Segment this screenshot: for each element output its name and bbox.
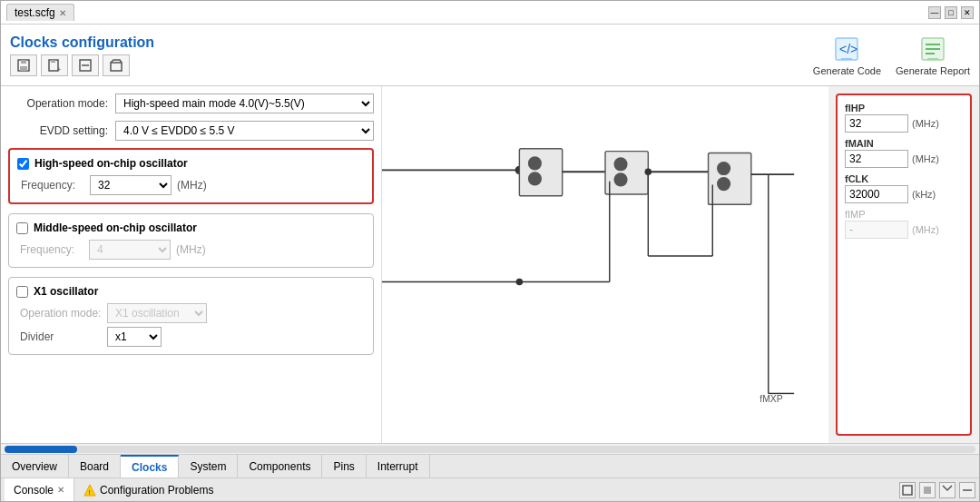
svg-text:</>: </> <box>839 42 858 56</box>
status-bar: Console ✕ ! Configuration Problems <box>1 477 979 501</box>
status-icon-4 <box>962 485 973 496</box>
minimize-button[interactable]: — <box>928 6 941 19</box>
file-tab[interactable]: test.scfg ✕ <box>6 4 74 21</box>
scroll-thumb[interactable] <box>5 446 77 453</box>
status-icon-3 <box>942 485 953 496</box>
high-speed-freq-label: Frequency: <box>21 179 84 192</box>
mid-speed-osc-checkbox[interactable] <box>16 222 28 234</box>
fimp-output: fIMP (MHz) <box>845 209 963 239</box>
svg-rect-4 <box>51 60 55 63</box>
operation-mode-label: Operation mode: <box>8 97 108 110</box>
tab-board[interactable]: Board <box>69 455 121 477</box>
operation-mode-row: Operation mode: High-speed main mode 4.0… <box>8 94 374 113</box>
maximize-button[interactable]: □ <box>945 6 957 19</box>
mid-speed-freq-unit: (MHz) <box>176 243 206 256</box>
fclk-unit: (kHz) <box>912 189 936 200</box>
fclk-label: fCLK <box>845 173 963 184</box>
x1-divider-select[interactable]: x1 <box>107 327 162 347</box>
high-speed-osc-label: High-speed on-chip oscillator <box>34 157 188 170</box>
tab-components[interactable]: Components <box>238 455 322 477</box>
close-window-button[interactable]: ✕ <box>961 6 974 19</box>
mid-speed-osc-label: Middle-speed on-chip oscillator <box>34 221 197 234</box>
svg-rect-16 <box>927 58 938 60</box>
svg-rect-23 <box>605 152 648 194</box>
svg-rect-11 <box>841 58 852 60</box>
console-label: Console <box>14 484 54 497</box>
evdd-label: EVDD setting: <box>8 124 108 137</box>
revert-button[interactable] <box>72 54 99 76</box>
svg-text:!: ! <box>88 487 90 496</box>
svg-rect-19 <box>519 149 562 196</box>
config-problems-tab[interactable]: ! Configuration Problems <box>74 482 222 498</box>
fclk-value[interactable] <box>845 185 908 203</box>
svg-rect-2 <box>20 66 27 71</box>
svg-rect-44 <box>903 486 912 495</box>
console-tab[interactable]: Console ✕ <box>5 478 74 501</box>
window-controls: — □ ✕ <box>928 6 974 19</box>
status-action-2[interactable] <box>919 482 936 498</box>
mid-speed-osc-header: Middle-speed on-chip oscillator <box>16 221 366 234</box>
svg-rect-13 <box>926 44 940 45</box>
svg-rect-45 <box>924 487 931 494</box>
svg-point-25 <box>613 172 627 186</box>
revert-icon <box>78 58 93 73</box>
x1-op-mode-select[interactable]: X1 oscillation <box>107 303 207 323</box>
fihp-value[interactable] <box>845 114 908 133</box>
generate-report-icon <box>918 34 947 64</box>
tab-interrupt[interactable]: Interrupt <box>367 455 430 477</box>
console-close-button[interactable]: ✕ <box>57 485 64 495</box>
save-as-button[interactable]: + <box>41 54 68 76</box>
warning-icon: ! <box>83 484 96 497</box>
generate-code-label: Generate Code <box>813 65 881 76</box>
save-button[interactable] <box>10 54 37 76</box>
left-panel: Operation mode: High-speed main mode 4.0… <box>1 86 382 443</box>
svg-point-29 <box>717 162 730 175</box>
main-window: test.scfg ✕ — □ ✕ Clocks configuration + <box>0 0 980 502</box>
status-icon-1 <box>902 485 913 496</box>
x1-osc-label: X1 oscillator <box>34 285 98 298</box>
status-action-3[interactable] <box>939 482 956 498</box>
tab-pins[interactable]: Pins <box>322 455 366 477</box>
fimp-value[interactable] <box>845 221 908 239</box>
high-speed-freq-unit: (MHz) <box>177 179 207 192</box>
mid-speed-freq-label: Frequency: <box>20 243 83 256</box>
high-speed-freq-select[interactable]: 32 <box>90 175 172 195</box>
svg-rect-15 <box>926 53 935 54</box>
horizontal-scrollbar[interactable] <box>1 443 979 454</box>
x1-osc-checkbox[interactable] <box>16 286 28 298</box>
close-tab-button[interactable]: ✕ <box>59 8 66 18</box>
mid-speed-freq-row: Frequency: 4 (MHz) <box>16 240 366 260</box>
x1-divider-label: Divider <box>20 330 102 343</box>
mid-speed-osc-box: Middle-speed on-chip oscillator Frequenc… <box>8 213 374 268</box>
save-icon <box>16 58 31 73</box>
open-button[interactable] <box>103 54 130 76</box>
fihp-row: (MHz) <box>845 114 963 133</box>
tab-overview[interactable]: Overview <box>1 455 69 477</box>
operation-mode-select[interactable]: High-speed main mode 4.0(V)~5.5(V) <box>115 94 374 113</box>
status-icon-2 <box>922 485 933 496</box>
fimp-row: (MHz) <box>845 221 963 239</box>
status-action-4[interactable] <box>959 482 975 498</box>
svg-text:+: + <box>57 66 61 73</box>
fmain-unit: (MHz) <box>912 153 939 164</box>
high-speed-osc-checkbox[interactable] <box>17 158 29 170</box>
svg-rect-8 <box>111 63 122 71</box>
tab-clocks[interactable]: Clocks <box>121 455 179 477</box>
mid-speed-freq-select[interactable]: 4 <box>89 240 171 260</box>
save-as-icon: + <box>47 58 62 73</box>
page-title: Clocks configuration <box>10 34 154 51</box>
generate-report-button[interactable]: Generate Report <box>896 34 970 76</box>
fclk-output: fCLK (kHz) <box>845 173 963 203</box>
high-speed-osc-header: High-speed on-chip oscillator <box>17 157 365 170</box>
fimp-label: fIMP <box>845 209 963 220</box>
svg-rect-28 <box>709 153 751 205</box>
generate-code-button[interactable]: </> Generate Code <box>813 34 881 76</box>
clock-diagram-svg: fMXP <box>382 86 828 443</box>
fmain-value[interactable] <box>845 150 908 168</box>
x1-osc-header: X1 oscillator <box>16 285 366 298</box>
tab-system[interactable]: System <box>179 455 238 477</box>
open-icon <box>109 58 123 73</box>
scroll-track <box>5 446 975 453</box>
status-action-1[interactable] <box>899 482 916 498</box>
evdd-select[interactable]: 4.0 V ≤ EVDD0 ≤ 5.5 V <box>115 121 374 141</box>
